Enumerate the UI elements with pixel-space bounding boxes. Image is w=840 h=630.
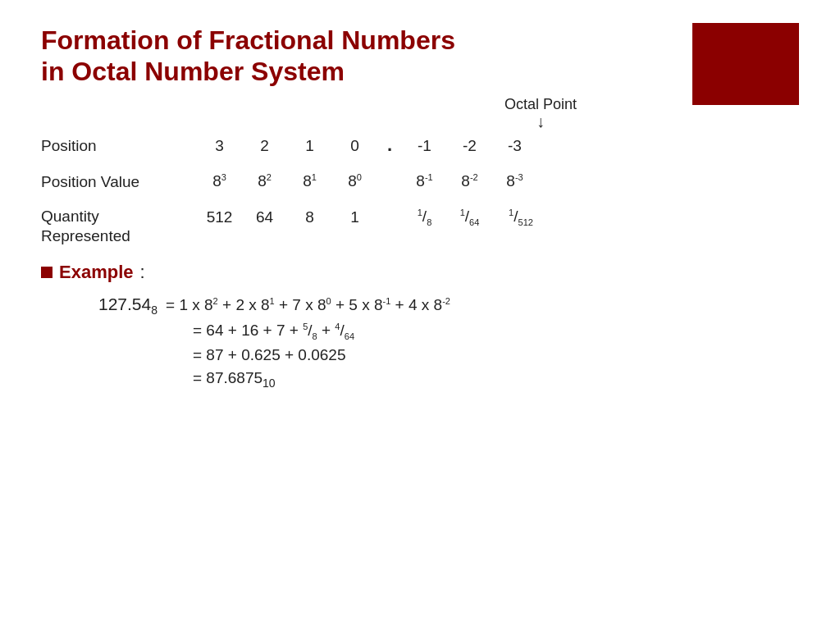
example-colon: : [140,262,145,283]
position-value-row: Position Value 83 82 81 80 . 8-1 8-2 8-3 [41,171,799,192]
calc-line-3: = 87 + 0.625 + 0.0625 [193,346,799,364]
pv-8-neg2: 8-2 [447,172,492,190]
example-bullet-icon [41,267,52,278]
pv-8-2: 82 [242,172,287,190]
decorative-red-box [692,23,799,105]
calc-line2-text: = 64 + 16 + 7 + 5/8 + 4/64 [193,322,354,341]
page-title: Formation of Fractional Numbers in Octal… [41,25,599,88]
qty-1-8: 1/8 [402,208,447,227]
pos-3: 3 [197,137,242,155]
calc-line3-text: = 87 + 0.625 + 0.0625 [193,346,345,364]
pv-8-neg3: 8-3 [492,172,537,190]
position-value-values: 83 82 81 80 . 8-1 8-2 8-3 [197,171,537,192]
quantity-label: QuantityRepresented [41,207,197,247]
pv-8-neg1: 8-1 [402,172,447,190]
pv-8-0: 80 [332,172,377,190]
pv-8-1: 81 [287,172,332,190]
pos-neg2: -2 [447,137,492,155]
qty-1-64: 1/64 [447,208,492,227]
calc-line-1: 127.548 = 1 x 82 + 2 x 81 + 7 x 80 + 5 x… [98,294,799,317]
calculation-lines: 127.548 = 1 x 82 + 2 x 81 + 7 x 80 + 5 x… [98,294,799,390]
qty-8: 8 [287,208,332,226]
title-line1: Formation of Fractional Numbers [41,25,455,55]
position-row: Position 3 2 1 0 . -1 -2 -3 [41,135,799,156]
calc-line1-rest: = 1 x 82 + 2 x 81 + 7 x 80 + 5 x 8-1 + 4… [166,296,450,314]
qty-1: 1 [332,208,377,226]
example-label: Example [59,262,134,283]
octal-point-arrow: ↓ [504,113,577,130]
pos-neg3: -3 [492,137,537,155]
pos-1: 1 [287,137,332,155]
position-label: Position [41,137,197,156]
example-header: Example: [41,262,799,283]
quantity-values: 512 64 8 1 . 1/8 1/64 1/512 [197,207,550,228]
qty-64: 64 [242,208,287,226]
pos-dot: . [377,135,402,156]
pos-2: 2 [242,137,287,155]
table-section: Position 3 2 1 0 . -1 -2 -3 Position Val… [41,135,799,247]
octal-point-label: Octal Point [504,96,577,113]
example-section: Example: 127.548 = 1 x 82 + 2 x 81 + 7 x… [41,262,799,390]
calc-main-number: 127.548 [98,294,158,317]
pos-0: 0 [332,137,377,155]
title-line2: in Octal Number System [41,57,345,86]
quantity-row: QuantityRepresented 512 64 8 1 . 1/8 1/6… [41,207,799,247]
position-value-label: Position Value [41,173,197,192]
qty-512: 512 [197,208,242,226]
calc-line-2: = 64 + 16 + 7 + 5/8 + 4/64 [193,322,799,341]
qty-1-512: 1/512 [492,208,550,227]
pos-neg1: -1 [402,137,447,155]
calc-line4-text: = 87.687510 [193,369,276,390]
position-values: 3 2 1 0 . -1 -2 -3 [197,135,537,156]
calc-line-4: = 87.687510 [193,369,799,390]
page: Formation of Fractional Numbers in Octal… [0,0,840,630]
pv-8-3: 83 [197,172,242,190]
